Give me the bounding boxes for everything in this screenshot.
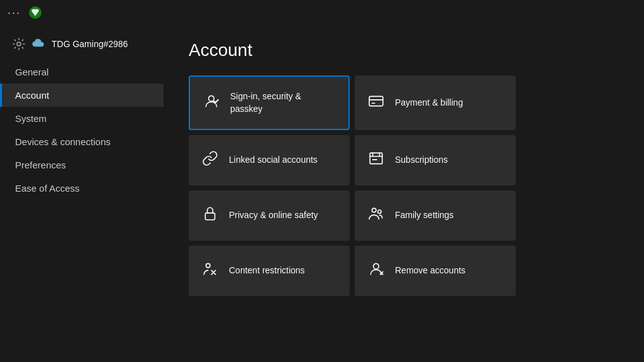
svg-point-12 xyxy=(372,209,377,213)
signin-icon xyxy=(203,93,220,113)
payment-icon xyxy=(367,93,385,113)
main-layout: TDG Gaming#2986 GeneralAccountSystemDevi… xyxy=(0,25,644,362)
grid-item-family[interactable]: Family settings xyxy=(355,190,516,241)
family-icon xyxy=(367,206,385,226)
remove-icon xyxy=(367,261,385,281)
sidebar-item-general[interactable]: General xyxy=(0,60,164,84)
page-title: Account xyxy=(189,40,619,60)
grid-item-signin[interactable]: Sign-in, security & passkey xyxy=(189,75,350,130)
linked-icon xyxy=(201,150,219,170)
privacy-label: Privacy & online safety xyxy=(229,209,318,222)
svg-rect-6 xyxy=(370,153,382,164)
svg-rect-3 xyxy=(369,96,383,106)
topbar: ··· xyxy=(0,0,644,25)
linked-label: Linked social accounts xyxy=(229,154,318,167)
content-area: Account Sign-in, security & passkeyPayme… xyxy=(164,25,644,362)
family-label: Family settings xyxy=(395,209,453,222)
sidebar-item-devices[interactable]: Devices & connections xyxy=(0,130,164,153)
svg-point-1 xyxy=(17,42,21,46)
cloud-icon xyxy=(31,39,45,49)
svg-point-15 xyxy=(374,264,379,270)
grid-item-privacy[interactable]: Privacy & online safety xyxy=(189,190,350,241)
sidebar: TDG Gaming#2986 GeneralAccountSystemDevi… xyxy=(0,25,164,362)
xbox-logo-icon xyxy=(28,6,42,19)
gear-icon xyxy=(13,38,25,50)
grid-item-linked[interactable]: Linked social accounts xyxy=(189,135,350,185)
menu-dots[interactable]: ··· xyxy=(8,6,21,19)
settings-grid: Sign-in, security & passkeyPayment & bil… xyxy=(189,75,516,296)
svg-point-14 xyxy=(206,264,211,268)
nav-menu: GeneralAccountSystemDevices & connection… xyxy=(0,60,164,200)
content-icon xyxy=(201,261,219,281)
sidebar-item-account[interactable]: Account xyxy=(0,84,164,107)
sidebar-item-system[interactable]: System xyxy=(0,107,164,130)
signin-label: Sign-in, security & passkey xyxy=(230,90,336,115)
subscriptions-icon xyxy=(367,150,385,170)
remove-label: Remove accounts xyxy=(395,265,465,277)
content-label: Content restrictions xyxy=(229,265,305,277)
grid-item-content[interactable]: Content restrictions xyxy=(189,246,350,296)
grid-item-remove[interactable]: Remove accounts xyxy=(355,246,516,296)
user-profile: TDG Gaming#2986 xyxy=(0,33,164,60)
sidebar-item-ease[interactable]: Ease of Access xyxy=(0,177,164,200)
sidebar-item-preferences[interactable]: Preferences xyxy=(0,153,164,177)
svg-rect-11 xyxy=(205,213,214,220)
svg-point-13 xyxy=(378,210,381,213)
svg-point-2 xyxy=(209,96,214,101)
payment-label: Payment & billing xyxy=(395,97,463,109)
username-label: TDG Gaming#2986 xyxy=(52,39,128,49)
grid-item-subscriptions[interactable]: Subscriptions xyxy=(355,135,516,185)
grid-item-payment[interactable]: Payment & billing xyxy=(355,75,516,130)
subscriptions-label: Subscriptions xyxy=(395,154,448,167)
privacy-icon xyxy=(201,206,219,226)
